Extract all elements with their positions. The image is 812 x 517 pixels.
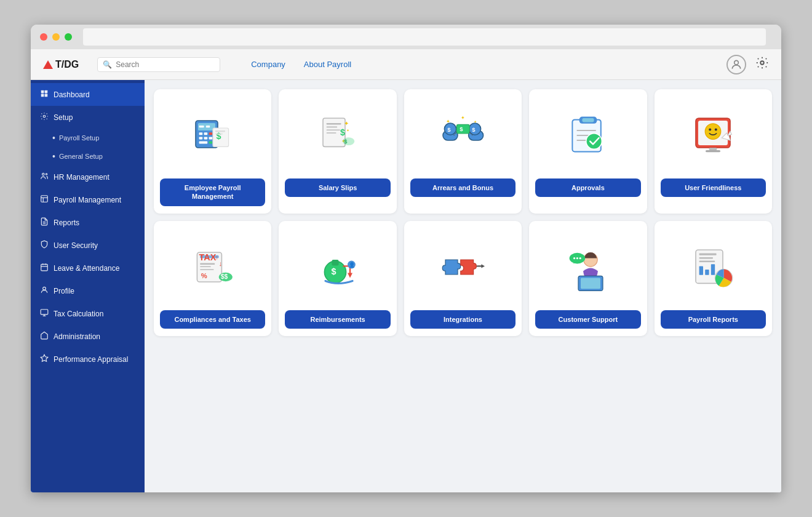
svg-rect-19	[41, 310, 48, 315]
svg-rect-105	[699, 260, 715, 262]
logo: T/DG	[43, 59, 79, 70]
nav-link-company[interactable]: Company	[251, 60, 285, 69]
card-approvals[interactable]: Approvals	[529, 89, 647, 214]
svg-rect-56	[457, 124, 470, 133]
svg-text:✦: ✦	[446, 119, 450, 124]
sidebar-item-profile[interactable]: Profile	[31, 279, 145, 302]
card-btn-compliances-taxes[interactable]: Compliances and Taxes	[160, 310, 265, 329]
leave-icon	[40, 263, 49, 273]
svg-rect-29	[209, 132, 212, 135]
card-btn-salary-slips[interactable]: Salary Slips	[285, 178, 390, 197]
card-btn-customer-support[interactable]: Customer Support	[535, 310, 640, 329]
sidebar-item-hr-management[interactable]: HR Management	[31, 166, 145, 188]
svg-rect-25	[199, 126, 204, 127]
search-bar[interactable]: 🔍	[97, 57, 220, 72]
close-dot[interactable]	[40, 33, 47, 41]
sidebar-label-performance-appraisal: Performance Appraisal	[54, 355, 128, 364]
svg-point-101	[579, 257, 581, 259]
svg-text:TAX: TAX	[199, 252, 216, 262]
svg-text:✦: ✦	[346, 128, 349, 132]
sidebar-label-user-security: User Security	[54, 241, 98, 250]
profile-icon	[40, 286, 49, 296]
svg-rect-42	[327, 129, 340, 130]
svg-rect-108	[711, 264, 715, 275]
search-input[interactable]	[116, 60, 214, 69]
card-btn-integrations[interactable]: Integrations	[410, 310, 515, 329]
maximize-dot[interactable]	[65, 33, 72, 41]
card-salary-slips[interactable]: $ ✦ ✦ ✦ $ Salary Slips	[279, 89, 396, 214]
svg-rect-9	[41, 196, 48, 202]
svg-rect-38	[215, 134, 223, 135]
sidebar-label-payroll-setup: Payroll Setup	[59, 134, 99, 142]
nav-bar: T/DG 🔍 Company About Payroll	[31, 49, 781, 80]
sidebar-label-hr-management: HR Management	[54, 173, 109, 182]
sidebar-item-tax-calculation[interactable]: Tax Calculation	[31, 302, 145, 325]
svg-rect-31	[204, 137, 207, 139]
svg-marker-22	[41, 355, 48, 361]
sidebar-item-performance-appraisal[interactable]: Performance Appraisal	[31, 348, 145, 371]
svg-rect-80	[200, 263, 215, 264]
sidebar-item-dashboard[interactable]: Dashboard	[31, 83, 145, 106]
svg-marker-91	[348, 273, 352, 278]
card-compliances-taxes[interactable]: TAX % $$ ↓ ↑	[154, 221, 271, 336]
svg-rect-2	[41, 90, 44, 94]
setup-icon	[40, 112, 49, 122]
sidebar-label-profile: Profile	[54, 287, 74, 295]
card-btn-employee-payroll[interactable]: Employee Payroll Management	[160, 178, 265, 206]
sidebar-item-setup[interactable]: Setup	[31, 106, 145, 129]
card-employee-payroll[interactable]: $ Employee Payroll Management	[154, 89, 271, 214]
sidebar-item-user-security[interactable]: User Security	[31, 234, 145, 257]
sidebar-item-payroll-management[interactable]: Payroll Management	[31, 188, 145, 211]
svg-text:$$: $$	[220, 273, 228, 280]
svg-text:$: $	[460, 126, 464, 132]
sidebar-label-tax-calculation: Tax Calculation	[54, 310, 103, 318]
sidebar-item-payroll-setup[interactable]: Payroll Setup	[31, 129, 145, 147]
card-btn-reimbursements[interactable]: Reimbursements	[285, 310, 390, 329]
svg-rect-76	[706, 150, 720, 152]
nav-link-about[interactable]: About Payroll	[304, 60, 351, 69]
svg-rect-37	[215, 130, 225, 132]
logo-triangle	[43, 60, 53, 69]
card-btn-arrears-bonus[interactable]: Arrears and Bonus	[410, 178, 515, 197]
search-icon: 🔍	[103, 60, 112, 69]
card-user-friendliness[interactable]: User Friendliness	[655, 89, 772, 214]
sidebar-item-general-setup[interactable]: General Setup	[31, 147, 145, 166]
card-payroll-reports[interactable]: Payroll Reports	[655, 221, 772, 336]
svg-rect-3	[45, 90, 48, 94]
card-customer-support[interactable]: Customer Support	[529, 221, 647, 336]
sidebar-label-dashboard: Dashboard	[54, 90, 90, 99]
sidebar-item-administration[interactable]: Administration	[31, 325, 145, 348]
svg-rect-82	[200, 269, 213, 270]
nav-icons	[726, 55, 769, 74]
address-bar[interactable]	[83, 28, 766, 46]
card-btn-approvals[interactable]: Approvals	[535, 178, 640, 197]
sidebar-item-leave-attendance[interactable]: Leave & Attendance	[31, 257, 145, 279]
svg-marker-94	[482, 264, 485, 268]
card-icon-approvals	[535, 98, 640, 172]
browser-window: T/DG 🔍 Company About Payroll	[31, 25, 781, 492]
svg-rect-4	[41, 94, 44, 97]
svg-rect-89	[332, 260, 338, 266]
minimize-dot[interactable]	[52, 33, 60, 41]
svg-point-8	[46, 174, 47, 175]
sidebar-item-reports[interactable]: Reports	[31, 211, 145, 234]
svg-text:✦: ✦	[344, 120, 349, 127]
sidebar: Dashboard Setup Payroll Setup General Se…	[31, 80, 145, 492]
admin-icon	[40, 331, 49, 342]
svg-rect-104	[699, 257, 713, 258]
settings-icon[interactable]	[755, 56, 769, 73]
card-arrears-bonus[interactable]: $ $ $ ✦ ✦ ✦	[404, 89, 522, 214]
sidebar-label-setup: Setup	[54, 113, 73, 122]
svg-text:👤: 👤	[349, 262, 355, 268]
user-icon[interactable]	[726, 55, 746, 74]
svg-rect-30	[199, 137, 202, 139]
svg-point-69	[586, 134, 602, 150]
svg-rect-27	[199, 132, 202, 135]
svg-rect-28	[204, 132, 207, 135]
card-btn-payroll-reports[interactable]: Payroll Reports	[661, 310, 766, 329]
card-btn-user-friendliness[interactable]: User Friendliness	[661, 178, 766, 197]
card-integrations[interactable]: Integrations	[404, 221, 522, 336]
svg-point-1	[760, 61, 764, 65]
card-icon-arrears-bonus: $ $ $ ✦ ✦ ✦	[410, 98, 515, 172]
card-reimbursements[interactable]: $ 👤 Reimbursements	[279, 221, 396, 336]
